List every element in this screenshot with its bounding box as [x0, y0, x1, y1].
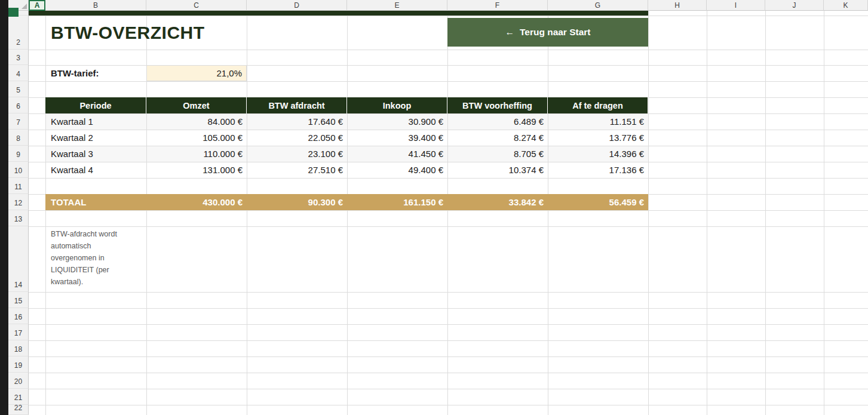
gridline [29, 210, 868, 211]
column-header-j[interactable]: J [765, 0, 824, 11]
gridline [29, 292, 868, 293]
cell-d8[interactable]: 22.050 € [247, 130, 347, 146]
cell-b10[interactable]: Kwartaal 4 [45, 162, 146, 178]
column-header-e[interactable]: E [347, 0, 447, 11]
column-header-f[interactable]: F [447, 0, 548, 11]
row-header-8[interactable]: 8 [8, 130, 29, 146]
gridline [765, 11, 766, 415]
row-header-16[interactable]: 16 [8, 308, 29, 324]
col-header-btw-afdracht[interactable]: BTW afdracht [247, 97, 347, 113]
cell-b8[interactable]: Kwartaal 2 [45, 130, 146, 146]
col-header-inkoop[interactable]: Inkoop [347, 97, 447, 113]
row-header-9[interactable]: 9 [8, 146, 29, 162]
row-header-13[interactable]: 13 [8, 210, 29, 226]
col-header-btw-voorheffing[interactable]: BTW voorheffing [447, 97, 548, 113]
row-header-10[interactable]: 10 [8, 162, 29, 178]
cell-b7[interactable]: Kwartaal 1 [45, 113, 146, 130]
total-label[interactable]: TOTAAL [45, 194, 146, 210]
row-header-2[interactable]: 2 [8, 16, 29, 50]
cell-e7[interactable]: 30.900 € [347, 113, 447, 130]
cell-e8[interactable]: 39.400 € [347, 130, 447, 146]
cell-d9[interactable]: 23.100 € [247, 146, 347, 162]
cell-f8[interactable]: 8.274 € [447, 130, 548, 146]
cell-d10[interactable]: 27.510 € [247, 162, 347, 178]
note-text: BTW-afdracht wordt automatisch overgenom… [51, 228, 133, 288]
row-header-3[interactable]: 3 [8, 50, 29, 65]
gridline [29, 81, 868, 82]
row-header-21[interactable]: 21 [8, 389, 29, 405]
page-title[interactable]: BTW-OVERZICHT [51, 16, 205, 50]
cell-e9[interactable]: 41.450 € [347, 146, 447, 162]
column-header-i[interactable]: I [707, 0, 765, 11]
vat-rate-input[interactable]: 21,0% [146, 65, 247, 81]
row-header-4[interactable]: 4 [8, 65, 29, 81]
cell-g8[interactable]: 13.776 € [548, 130, 648, 146]
column-header-h[interactable]: H [648, 0, 707, 11]
row-header-18[interactable]: 18 [8, 340, 29, 356]
row-header-5[interactable]: 5 [8, 81, 29, 97]
row-header-19[interactable]: 19 [8, 356, 29, 373]
row-header-7[interactable]: 7 [8, 113, 29, 130]
gridline [29, 178, 868, 179]
cell-f9[interactable]: 8.705 € [447, 146, 548, 162]
gridline [29, 308, 868, 309]
cell-f7[interactable]: 6.489 € [447, 113, 548, 130]
row-header-20[interactable]: 20 [8, 373, 29, 389]
gridline [447, 11, 448, 415]
header-accent-bar [29, 11, 648, 16]
column-header-a[interactable]: A [29, 0, 45, 11]
cell-g10[interactable]: 17.136 € [548, 162, 648, 178]
row-header-11[interactable]: 11 [8, 178, 29, 194]
cell-g9[interactable]: 14.396 € [548, 146, 648, 162]
cell-d7[interactable]: 17.640 € [247, 113, 347, 130]
column-header-c[interactable]: C [146, 0, 247, 11]
gridline [29, 340, 868, 341]
cell-e10[interactable]: 49.400 € [347, 162, 447, 178]
row-header-15[interactable]: 15 [8, 292, 29, 308]
gridline [648, 11, 649, 415]
gridline [29, 226, 868, 227]
row-header-6[interactable]: 6 [8, 97, 29, 113]
gridline [247, 11, 247, 415]
spreadsheet-window: BTW-OVERZICHT ← Terug naar Start BTW-tar… [0, 0, 868, 415]
gridline [29, 389, 868, 389]
gridline [347, 11, 348, 415]
cell-c8[interactable]: 105.000 € [146, 130, 247, 146]
gridline [824, 11, 824, 415]
col-header-af-te-dragen[interactable]: Af te dragen [548, 97, 648, 113]
col-header-periode[interactable]: Periode [45, 97, 146, 113]
vat-rate-label[interactable]: BTW-tarief: [45, 65, 146, 81]
back-arrow-icon: ← [505, 27, 514, 38]
total-inkoop[interactable]: 161.150 € [347, 194, 447, 210]
total-omzet[interactable]: 430.000 € [146, 194, 247, 210]
cell-c9[interactable]: 110.000 € [146, 146, 247, 162]
selection-indicator [8, 8, 19, 17]
row-header-22[interactable]: 22 [8, 405, 29, 415]
cell-g7[interactable]: 11.151 € [548, 113, 648, 130]
gridline [29, 50, 868, 50]
column-header-b[interactable]: B [45, 0, 146, 11]
gridline [29, 405, 868, 405]
cell-c10[interactable]: 131.000 € [146, 162, 247, 178]
gridline [29, 356, 868, 357]
column-header-g[interactable]: G [548, 0, 648, 11]
back-to-start-button[interactable]: ← Terug naar Start [447, 18, 648, 47]
row-header-17[interactable]: 17 [8, 324, 29, 340]
total-btw-voorheffing[interactable]: 33.842 € [447, 194, 548, 210]
gridline [548, 11, 548, 415]
cell-b9[interactable]: Kwartaal 3 [45, 146, 146, 162]
total-btw-afdracht[interactable]: 90.300 € [247, 194, 347, 210]
total-af-te-dragen[interactable]: 56.459 € [548, 194, 648, 210]
cell-f10[interactable]: 10.374 € [447, 162, 548, 178]
row-header-14[interactable]: 14 [8, 226, 29, 292]
column-header-d[interactable]: D [247, 0, 347, 11]
gridline [29, 373, 868, 373]
cell-c7[interactable]: 84.000 € [146, 113, 247, 130]
row-headers: 2 3 4 5 6 7 8 9 10 11 12 13 14 15 16 17 … [8, 11, 29, 415]
window-edge [0, 0, 8, 415]
back-button-label: Terug naar Start [520, 27, 591, 38]
row-header-12[interactable]: 12 [8, 194, 29, 210]
gridline [707, 11, 707, 415]
col-header-omzet[interactable]: Omzet [146, 97, 247, 113]
column-header-k[interactable]: K [824, 0, 868, 11]
